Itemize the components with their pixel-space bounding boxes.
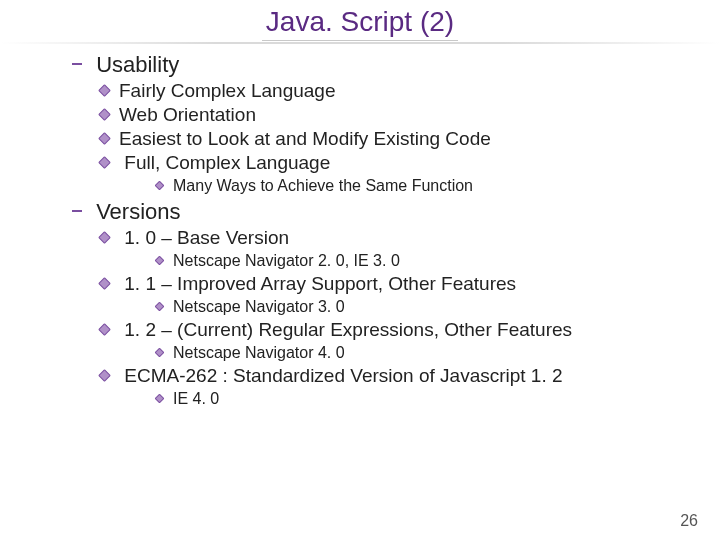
item-text: 1. 0 – Base Version [124,227,289,248]
slide: Java. Script (2) Usability Fairly Comple… [0,0,720,540]
list-item: ECMA-262 : Standardized Version of Javas… [100,365,690,408]
sub-item-text: Netscape Navigator 3. 0 [173,298,345,315]
item-text: 1. 2 – (Current) Regular Expressions, Ot… [124,319,572,340]
slide-body: Usability Fairly Complex Language Web Or… [0,44,720,408]
list-item: Easiest to Look at and Modify Existing C… [100,128,690,150]
list-item: 1. 2 – (Current) Regular Expressions, Ot… [100,319,690,362]
sub-items: Netscape Navigator 3. 0 [100,298,690,316]
sub-item-text: IE 4. 0 [173,390,219,407]
section-heading-text: Versions [96,199,180,224]
list-item: 1. 1 – Improved Array Support, Other Fea… [100,273,690,316]
sub-items: Many Ways to Achieve the Same Function [100,177,690,195]
sub-items: IE 4. 0 [100,390,690,408]
sub-item: Netscape Navigator 2. 0, IE 3. 0 [156,252,690,270]
section-heading: Usability Fairly Complex Language Web Or… [72,52,690,195]
item-text: Easiest to Look at and Modify Existing C… [119,128,491,149]
sub-item-text: Netscape Navigator 4. 0 [173,344,345,361]
section-items: Fairly Complex Language Web Orientation … [72,80,690,195]
list-item: Web Orientation [100,104,690,126]
item-text: Full, Complex Language [124,152,330,173]
outline-root: Usability Fairly Complex Language Web Or… [72,52,690,408]
page-number: 26 [680,512,698,530]
sub-item-text: Netscape Navigator 2. 0, IE 3. 0 [173,252,400,269]
slide-title: Java. Script (2) [262,6,458,41]
sub-item-text: Many Ways to Achieve the Same Function [173,177,473,194]
section-items: 1. 0 – Base Version Netscape Navigator 2… [72,227,690,408]
list-item: Fairly Complex Language [100,80,690,102]
sub-item: Netscape Navigator 3. 0 [156,298,690,316]
section-heading-text: Usability [96,52,179,77]
sub-items: Netscape Navigator 4. 0 [100,344,690,362]
item-text: ECMA-262 : Standardized Version of Javas… [124,365,562,386]
sub-items: Netscape Navigator 2. 0, IE 3. 0 [100,252,690,270]
section-heading: Versions 1. 0 – Base Version Netscape Na… [72,199,690,408]
item-text: Web Orientation [119,104,256,125]
sub-item: Many Ways to Achieve the Same Function [156,177,690,195]
title-area: Java. Script (2) [0,0,720,44]
list-item: Full, Complex Language Many Ways to Achi… [100,152,690,195]
item-text: Fairly Complex Language [119,80,336,101]
item-text: 1. 1 – Improved Array Support, Other Fea… [124,273,516,294]
list-item: 1. 0 – Base Version Netscape Navigator 2… [100,227,690,270]
sub-item: IE 4. 0 [156,390,690,408]
sub-item: Netscape Navigator 4. 0 [156,344,690,362]
